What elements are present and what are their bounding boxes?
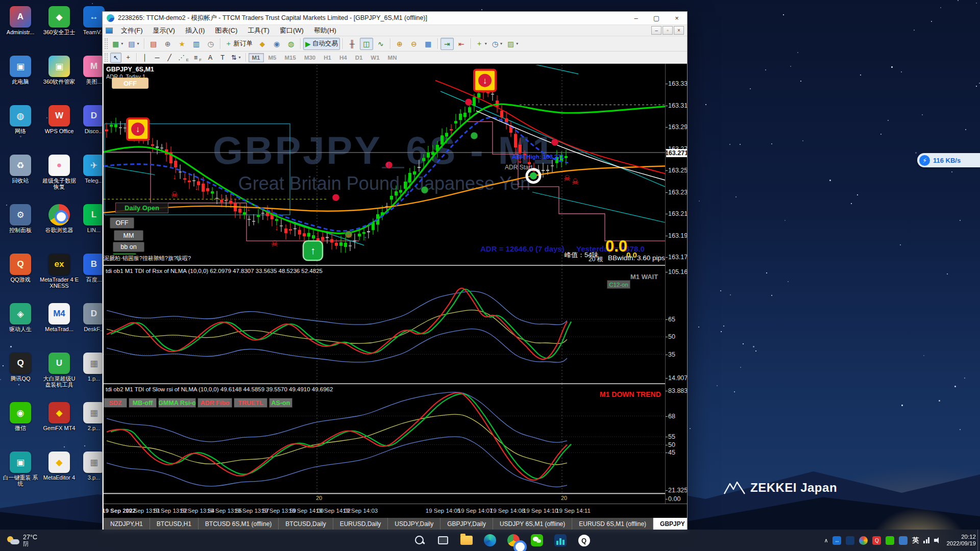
- desktop-icon--u-[interactable]: U大白菜超级U 盘装机工具: [40, 353, 79, 388]
- equidistant-channel-button[interactable]: ⋰E: [176, 53, 191, 63]
- close-button[interactable]: ×: [667, 12, 687, 24]
- c12-on-button[interactable]: C12-on: [607, 280, 630, 289]
- search-taskbar-button[interactable]: [410, 531, 429, 550]
- toolbar-grip[interactable]: [105, 53, 108, 61]
- timeframe-m1[interactable]: M1: [249, 53, 264, 62]
- fibonacci-button[interactable]: ≡F: [192, 53, 204, 63]
- chrome-taskbar-button[interactable]: [504, 531, 523, 550]
- new-order-button[interactable]: ＋新订单: [223, 38, 255, 50]
- indicators-button[interactable]: ＋▾: [474, 38, 489, 50]
- chart-tab[interactable]: USDJPY,Daily: [388, 518, 440, 530]
- timeframe-mn[interactable]: MN: [384, 53, 401, 62]
- desktop-icon--[interactable]: ⚙控制面板: [1, 204, 40, 233]
- bb-on-button[interactable]: bb on: [113, 242, 144, 252]
- desktop-icon--qq[interactable]: Q腾讯QQ: [1, 353, 40, 382]
- timeframe-m30[interactable]: M30: [301, 53, 319, 62]
- start-taskbar-button[interactable]: [386, 531, 406, 550]
- menu-item[interactable]: 帮助(H): [309, 25, 341, 36]
- window-titlebar[interactable]: 2238265: TTCM-demo2 - 模拟帐户 - TTCM Trader…: [103, 12, 687, 25]
- desktop-icon--[interactable]: ●超级兔子数据 恢复: [40, 155, 79, 190]
- file-explorer-taskbar-button[interactable]: [457, 531, 476, 550]
- tray-wechat-icon[interactable]: [886, 536, 894, 545]
- off-button[interactable]: OFF: [110, 217, 134, 229]
- mql5-button[interactable]: ◆: [256, 38, 269, 50]
- market-watch-button[interactable]: ▤: [147, 38, 160, 50]
- off-toggle-button[interactable]: OFF: [112, 78, 149, 89]
- desktop-icon-metaeditor-4[interactable]: ◆MetaEditor 4: [40, 452, 79, 481]
- chart-tab[interactable]: EURUSD,Daily: [333, 518, 388, 530]
- child-restore-button[interactable]: ▫: [663, 26, 673, 35]
- pane2-button-as-on[interactable]: AS-on: [269, 398, 292, 408]
- timeframe-w1[interactable]: W1: [367, 53, 383, 62]
- pane2-button-adr-fibo[interactable]: ADR Fibo: [198, 398, 232, 408]
- new-chart-button[interactable]: ▦▾: [110, 38, 125, 50]
- navigator-button[interactable]: ★: [176, 38, 189, 50]
- ime-indicator[interactable]: 英: [912, 536, 919, 545]
- daily-open-label[interactable]: Daily Open: [115, 203, 168, 213]
- zoom-out-button[interactable]: ⊖: [407, 38, 421, 50]
- show-desktop-button[interactable]: [977, 530, 980, 551]
- chart-tab[interactable]: USDJPY 6S,M1 (offline): [493, 518, 572, 530]
- pane2-button-mb-off[interactable]: MB-off: [129, 398, 157, 408]
- chart-tab[interactable]: GBPJPY,Daily: [440, 518, 493, 530]
- text-label-button[interactable]: T: [217, 53, 228, 63]
- menu-item[interactable]: 图表(C): [210, 25, 242, 36]
- task-view-taskbar-button[interactable]: [433, 531, 453, 550]
- tray-metatrader-icon[interactable]: [846, 536, 854, 545]
- trendline-button[interactable]: ╱: [164, 53, 175, 63]
- timeframe-m15[interactable]: M15: [281, 53, 300, 62]
- mm-button[interactable]: MM: [114, 230, 143, 241]
- desktop-icon--[interactable]: ▣此电脑: [1, 56, 40, 85]
- desktop-icon-gemfx-mt4[interactable]: ◆GemFX MT4: [40, 402, 79, 431]
- pane2-button-gmma-rsi-o[interactable]: GMMA Rsi-o: [158, 398, 196, 408]
- menu-item[interactable]: 文件(F): [116, 25, 148, 36]
- tile-windows-button[interactable]: ▦: [422, 38, 435, 50]
- line-chart-button[interactable]: ∿: [374, 38, 387, 50]
- tray-chrome-icon[interactable]: [859, 536, 868, 545]
- desktop-icon--[interactable]: ♻回收站: [1, 155, 40, 184]
- desktop-icon--[interactable]: ◈驱动人生: [1, 303, 40, 332]
- community-button[interactable]: ◉: [270, 38, 283, 50]
- desktop-icon--[interactable]: ▣白一键重装 系统: [1, 452, 40, 487]
- menu-item[interactable]: 插入(I): [180, 25, 210, 36]
- chart-area[interactable]: GBPJPY_6S - M1 Great Britain Pound / Jap…: [104, 64, 687, 518]
- desktop-icon-administr-[interactable]: AAdministr...: [1, 6, 40, 35]
- tray-qq-icon[interactable]: Q: [872, 536, 881, 545]
- strategy-tester-button[interactable]: ◷: [204, 38, 217, 50]
- edge-taskbar-button[interactable]: [480, 531, 500, 550]
- autotrading-button[interactable]: ▶自动交易: [303, 38, 340, 50]
- tray-chevron-icon[interactable]: ∧: [824, 537, 828, 544]
- chart-shift-button[interactable]: ⇤: [455, 38, 468, 50]
- child-minimize-button[interactable]: –: [651, 26, 662, 35]
- cursor-button[interactable]: ↖: [110, 53, 121, 63]
- tray-defender-icon[interactable]: [899, 536, 908, 545]
- timeframe-h4[interactable]: H4: [336, 53, 351, 62]
- qq-taskbar-button[interactable]: Q: [574, 531, 594, 550]
- vertical-line-button[interactable]: │: [139, 53, 151, 63]
- timeframe-d1[interactable]: D1: [352, 53, 366, 62]
- templates-button[interactable]: ▨▾: [505, 38, 520, 50]
- crosshair-button[interactable]: ＋: [122, 53, 134, 63]
- menu-item[interactable]: 工具(T): [242, 25, 275, 36]
- clock-widget[interactable]: 20:122022/09/19: [946, 534, 976, 547]
- tray-teamviewer-icon[interactable]: ↔: [832, 536, 841, 545]
- net-speed-badge[interactable]: ⚡ 116 KB/s: [917, 153, 980, 167]
- text-button[interactable]: A: [205, 53, 216, 63]
- chart-tab-active[interactable]: GBPJPY 6: [653, 518, 686, 530]
- desktop-icon-360-[interactable]: ▣360软件管家: [40, 56, 79, 85]
- chart-tab[interactable]: NZDJPY,H1: [104, 518, 150, 530]
- menu-item[interactable]: 窗口(W): [275, 25, 309, 36]
- timeframe-h1[interactable]: H1: [320, 53, 335, 62]
- chart-tab[interactable]: BTCUSD,Daily: [279, 518, 333, 530]
- desktop-icon--[interactable]: ◉微信: [1, 402, 40, 431]
- desktop-icon-360-[interactable]: ◆360安全卫士: [40, 6, 79, 35]
- weather-widget[interactable]: 27°C 阴: [0, 534, 44, 547]
- terminal-button[interactable]: ▥: [190, 38, 203, 50]
- child-close-button[interactable]: ×: [674, 26, 684, 35]
- metatrader-taskbar-button[interactable]: [551, 531, 570, 550]
- signals-button[interactable]: ◍: [284, 38, 298, 50]
- volume-icon[interactable]: [934, 537, 942, 543]
- desktop-icon-qq-[interactable]: QQQ游戏: [1, 254, 40, 283]
- desktop-icon--[interactable]: ◍网络: [1, 105, 40, 134]
- desktop-icon-wps-office[interactable]: WWPS Office: [40, 105, 79, 134]
